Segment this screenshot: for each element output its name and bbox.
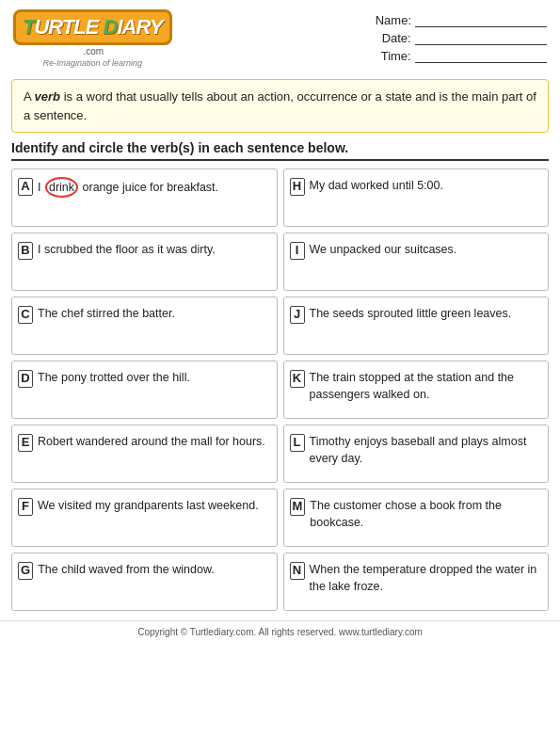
- definition-suffix: is a word that usually tells about an ac…: [24, 89, 536, 122]
- card-l: LTimothy enjoys baseball and plays almos…: [283, 425, 550, 483]
- card-text: The customer chose a book from the bookc…: [310, 497, 540, 531]
- card-letter: N: [290, 562, 305, 580]
- card-h: HMy dad worked until 5:00.: [283, 168, 550, 227]
- date-label: Date:: [376, 31, 411, 45]
- time-line: [415, 50, 547, 63]
- definition-box: A verb is a word that usually tells abou…: [11, 79, 549, 133]
- name-date-time: Name: Date: Time:: [376, 9, 547, 63]
- card-c: CThe chef stirred the batter.: [11, 296, 278, 355]
- card-m: MThe customer chose a book from the book…: [283, 489, 550, 547]
- card-e: ERobert wandered around the mall for hou…: [11, 425, 278, 483]
- circled-verb: drink: [45, 177, 78, 198]
- card-letter: L: [290, 434, 305, 452]
- card-b: BI scrubbed the floor as it was dirty.: [11, 232, 278, 291]
- footer: Copyright © Turtlediary.com. All rights …: [0, 620, 560, 643]
- card-letter: C: [18, 306, 33, 324]
- date-row: Date:: [376, 31, 547, 45]
- card-letter: H: [290, 178, 305, 196]
- logo-com: .com: [83, 46, 104, 56]
- card-f: FWe visited my grandparents last weekend…: [11, 489, 278, 547]
- card-grid: AI drink orange juice for breakfast.HMy …: [0, 168, 560, 617]
- definition-prefix: A: [24, 89, 35, 104]
- logo-box: TURTLE DIARY: [13, 9, 172, 45]
- card-letter: D: [18, 370, 33, 388]
- card-text: The pony trotted over the hill.: [38, 369, 269, 386]
- name-row: Name:: [376, 13, 547, 27]
- card-text: When the temperature dropped the water i…: [310, 561, 541, 595]
- card-letter: B: [18, 242, 33, 260]
- card-letter: F: [18, 498, 33, 516]
- logo-text: TURTLE DIARY: [23, 15, 163, 40]
- card-text: My dad worked until 5:00.: [310, 177, 541, 194]
- card-text: We unpacked our suitcases.: [310, 241, 541, 258]
- card-g: GThe child waved from the window.: [11, 553, 278, 611]
- card-text: I scrubbed the floor as it was dirty.: [38, 241, 269, 258]
- logo-tagline: Re-Imagination of learning: [43, 58, 143, 68]
- card-text: I drink orange juice for breakfast.: [38, 177, 269, 198]
- name-label: Name:: [376, 13, 411, 27]
- card-k: KThe train stopped at the station and th…: [283, 360, 550, 419]
- card-text: Timothy enjoys baseball and plays almost…: [310, 433, 541, 467]
- header: TURTLE DIARY .com Re-Imagination of lear…: [0, 0, 560, 73]
- card-j: JThe seeds sprouted little green leaves.: [283, 296, 550, 355]
- card-text: The child waved from the window.: [38, 561, 268, 578]
- card-text: The chef stirred the batter.: [38, 305, 269, 322]
- card-letter: I: [290, 242, 305, 260]
- card-text: Robert wandered around the mall for hour…: [38, 433, 269, 450]
- card-letter: J: [290, 306, 305, 324]
- card-letter: K: [290, 370, 305, 388]
- time-row: Time:: [376, 49, 547, 63]
- card-letter: A: [18, 178, 33, 196]
- card-n: NWhen the temperature dropped the water …: [283, 553, 550, 611]
- card-a: AI drink orange juice for breakfast.: [11, 168, 278, 227]
- card-letter: E: [18, 434, 33, 452]
- card-text: The train stopped at the station and the…: [310, 369, 541, 403]
- logo-area: TURTLE DIARY .com Re-Imagination of lear…: [13, 9, 172, 68]
- instruction: Identify and circle the verb(s) in each …: [11, 140, 549, 161]
- card-i: IWe unpacked our suitcases.: [283, 232, 550, 291]
- date-line: [415, 32, 547, 45]
- card-text: We visited my grandparents last weekend.: [38, 497, 269, 514]
- time-label: Time:: [376, 49, 411, 63]
- name-line: [415, 14, 547, 27]
- card-letter: G: [18, 562, 33, 580]
- card-text: The seeds sprouted little green leaves.: [310, 305, 541, 322]
- definition-keyword: verb: [35, 89, 60, 104]
- card-d: DThe pony trotted over the hill.: [11, 360, 278, 419]
- card-letter: M: [290, 498, 306, 516]
